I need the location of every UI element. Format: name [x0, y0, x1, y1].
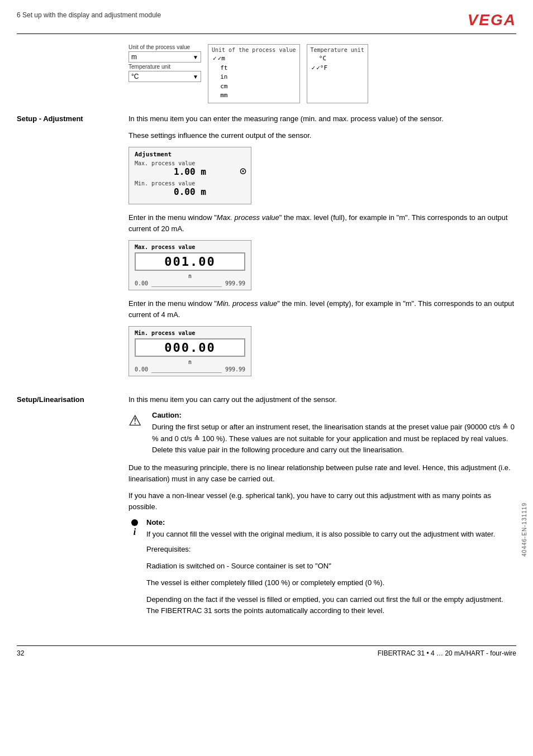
min-pv-entry-box: Min. process value 000.00 n 0.00 999.99 [129, 326, 251, 376]
temp-unit-box: Temperature unit °C ✓°F [307, 44, 368, 103]
caution-title: Caution: [152, 411, 516, 419]
min-pv-min: 0.00 [135, 366, 148, 372]
caution-text-block: Caution: During the first setup or after… [152, 411, 516, 455]
min-pv-title: Min. process value [135, 330, 245, 336]
setup-linearisation-content: In this menu item you can carry out the … [129, 394, 516, 629]
adj-max-label: Max. process value [135, 160, 245, 166]
setup-adjustment-section: Setup - Adjustment In this menu item you… [17, 113, 516, 385]
setup-linearisation-section: Setup/Linearisation In this menu item yo… [17, 394, 516, 629]
max-pv-value[interactable]: 001.00 [135, 252, 245, 271]
unit-list-item-cm[interactable]: cm [212, 82, 296, 92]
max-pv-entry-box: Max. process value 001.00 n 0.00 999.99 [129, 240, 251, 290]
unit-list-item-mm[interactable]: mm [212, 91, 296, 101]
adjustment-box: Adjustment Max. process value 1.00 m Min… [129, 147, 251, 204]
unit-list-item-in[interactable]: in [212, 73, 296, 82]
setup-linearisation-heading: Setup/Linearisation [17, 395, 84, 404]
unit-value: m [131, 53, 137, 61]
footer-product: FIBERTRAC 31 • 4 … 20 mA/HART - four-wir… [378, 649, 516, 657]
adj-para2: These settings influence the current out… [129, 130, 516, 141]
page-container: 6 Set up with the display and adjustment… [0, 0, 533, 756]
lin-para3: If you have a non-linear vessel (e.g. sp… [129, 490, 516, 513]
range-bar2 [151, 369, 222, 373]
page-header: 6 Set up with the display and adjustment… [17, 11, 516, 34]
unit-list-item-ft[interactable]: ft [212, 64, 296, 73]
temp-list-item-f[interactable]: ✓°F [311, 64, 364, 73]
temp-list-item-c[interactable]: °C [311, 54, 364, 64]
unit-dropdown-group: Unit of the process value m ▼ Temperatur… [129, 44, 201, 103]
prereq-text: Prerequisites: [146, 545, 191, 553]
adj-min-label: Min. process value [135, 180, 245, 186]
max-pv-title: Max. process value [135, 244, 245, 250]
adj-max-entry: Max. process value 1.00 m [135, 160, 245, 177]
adj-max-value: 1.00 m [135, 166, 245, 177]
min-pv-range: 0.00 999.99 [135, 366, 245, 372]
note-text-block: Note: If you cannot fill the vessel with… [146, 518, 516, 622]
max-pv-max: 999.99 [225, 280, 245, 286]
caution-text: During the first setup or after an instr… [152, 422, 516, 455]
temp-box3-title: Temperature unit [311, 47, 364, 53]
adj-para3-italic: Max. process value [217, 213, 279, 222]
caution-block: ⚠ Caution: During the first setup or aft… [129, 411, 516, 455]
unit-list-item-m[interactable]: ✓m [212, 54, 296, 64]
adj-min-entry: Min. process value 0.00 m [135, 180, 245, 197]
dropdown-arrow2-icon: ▼ [193, 74, 198, 80]
unit-box2-title: Unit of the process value [212, 47, 296, 53]
temp-box1-title: Temperature unit [129, 64, 201, 70]
min-pv-unit: n [135, 359, 245, 365]
adj-box-title: Adjustment [135, 151, 245, 158]
note-dot-icon [131, 519, 138, 526]
sidebar-doc-id: 40446-EN-131119 [521, 503, 527, 557]
adj-para3: Enter in the menu window "Max. process v… [129, 212, 516, 235]
page-number: 32 [17, 649, 24, 657]
prereq-label: Prerequisites: [146, 544, 516, 555]
note-text: If you cannot fill the vessel with the o… [146, 529, 516, 540]
adj-para4: Enter in the menu window "Min. process v… [129, 298, 516, 320]
adj-para3-prefix: Enter in the menu window " [129, 213, 217, 222]
prereq1: Radiation is switched on - Source contai… [146, 561, 516, 572]
dropdown-arrow-icon: ▼ [193, 54, 198, 60]
setup-adjustment-label: Setup - Adjustment [17, 113, 129, 385]
temp-value: °C [131, 73, 139, 80]
max-pv-min: 0.00 [135, 280, 148, 286]
unit-list: ✓m ft in cm mm [212, 54, 296, 101]
setup-adjustment-heading: Setup - Adjustment [17, 114, 83, 123]
note-icon-wrap: i [129, 518, 141, 622]
max-pv-range: 0.00 999.99 [135, 280, 245, 286]
page-footer: 32 FIBERTRAC 31 • 4 … 20 mA/HART - four-… [17, 645, 516, 657]
temp-list: °C ✓°F [311, 54, 364, 73]
unit-list-box: Unit of the process value ✓m ft in cm mm [208, 44, 300, 103]
prereq3: Depending on the fact if the vessel is f… [146, 594, 516, 616]
note-title: Note: [146, 518, 516, 527]
unit-diagrams-row: Unit of the process value m ▼ Temperatur… [129, 44, 516, 103]
lin-para2: Due to the measuring principle, there is… [129, 462, 516, 485]
adj-para4-prefix: Enter in the menu window " [129, 299, 217, 308]
adj-para1: In this menu item you can enter the meas… [129, 113, 516, 125]
min-pv-max: 999.99 [225, 366, 245, 372]
setup-adjustment-content: In this menu item you can enter the meas… [129, 113, 516, 385]
adj-scroll-icon: ⊙ [240, 164, 246, 178]
min-pv-value[interactable]: 000.00 [135, 338, 245, 357]
range-bar [151, 283, 222, 287]
adj-para4-italic: Min. process value [217, 299, 277, 308]
adj-min-value: 0.00 m [135, 186, 245, 197]
note-i-icon: i [134, 527, 136, 537]
prereq2: The vessel is either completely filled (… [146, 577, 516, 588]
note-block: i Note: If you cannot fill the vessel wi… [129, 518, 516, 622]
lin-para1: In this menu item you can carry out the … [129, 394, 516, 405]
unit-box1-title: Unit of the process value [129, 44, 201, 50]
vega-logo: VEGA [468, 11, 516, 29]
caution-icon: ⚠ [129, 411, 146, 455]
temp-dropdown[interactable]: °C ▼ [129, 71, 201, 82]
header-title: 6 Set up with the display and adjustment… [17, 11, 161, 19]
setup-linearisation-label: Setup/Linearisation [17, 394, 129, 629]
unit-dropdown[interactable]: m ▼ [129, 51, 201, 63]
max-pv-unit: n [135, 273, 245, 279]
